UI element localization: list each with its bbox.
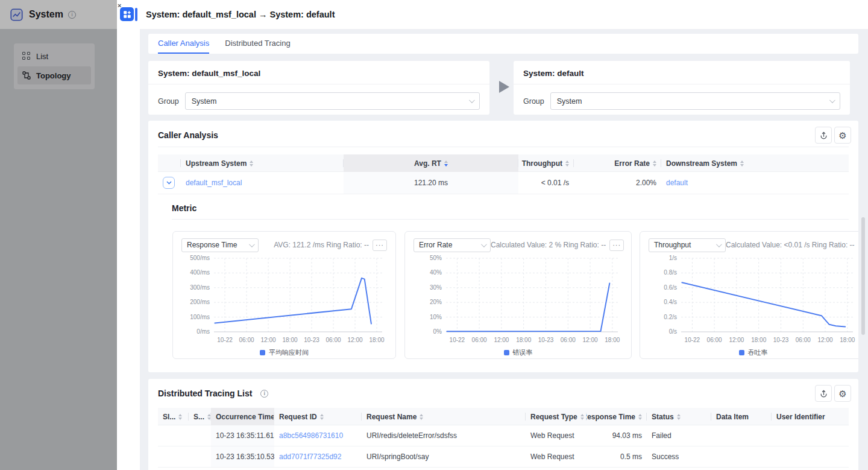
chevron-down-icon [166, 181, 172, 185]
target-system-panel: System: default Group System [514, 61, 850, 115]
svg-text:06:00: 06:00 [326, 337, 341, 343]
target-group-select[interactable]: System [550, 92, 840, 110]
drawer-mask[interactable] [0, 0, 117, 470]
column-settings-button[interactable]: ⚙ [834, 127, 851, 144]
svg-text:100/ms: 100/ms [190, 314, 210, 320]
svg-text:20%: 20% [430, 299, 442, 305]
legend-label: 平均响应时间 [269, 348, 309, 357]
svg-text:18:00: 18:00 [516, 337, 531, 343]
divider [158, 147, 849, 147]
legend-marker [739, 350, 744, 355]
detail-drawer: × System: default_msf_local → System: de… [117, 0, 868, 470]
svg-text:12:00: 12:00 [729, 337, 744, 343]
col-error-rate: Error Rate [574, 154, 661, 172]
chart-summary: Calculated Value: <0.01 /s Ring Ratio: -… [726, 241, 855, 249]
drawer-header: System: default_msf_local → System: defa… [140, 0, 868, 29]
error-rate-value: 2.00% [574, 172, 661, 194]
upstream-system-link[interactable]: default_msf_local [186, 179, 242, 187]
svg-text:18:00: 18:00 [840, 337, 855, 343]
tracing-table: Sl... S... Occurrence Time Request [158, 408, 849, 468]
error-rate-chart-card: Error Rate Calculated Value: 2 % Ring Ra… [404, 231, 632, 359]
sort-icon[interactable] [653, 160, 656, 167]
sort-icon[interactable] [250, 160, 253, 167]
tracing-table-header: Sl... S... Occurrence Time Request [158, 408, 849, 425]
svg-text:12:00: 12:00 [582, 337, 597, 343]
panel-manager-button[interactable] [120, 7, 134, 21]
sort-icon[interactable] [320, 414, 324, 420]
export-button[interactable] [815, 385, 832, 402]
s2-value [189, 446, 211, 467]
column-settings-button[interactable]: ⚙ [834, 385, 851, 402]
svg-text:12:00: 12:00 [817, 337, 832, 343]
svg-text:10-23: 10-23 [304, 337, 319, 343]
background-page: System i List Topology [0, 0, 117, 470]
request-type-value: Web Request [526, 446, 587, 467]
chevron-down-icon [829, 97, 835, 103]
svg-text:200/ms: 200/ms [190, 299, 210, 305]
col-data-item: Data Item [711, 408, 772, 425]
source-group-select[interactable]: System [185, 92, 480, 110]
drawer-title: System: default_msf_local → System: defa… [146, 10, 335, 19]
svg-text:18:00: 18:00 [751, 337, 766, 343]
col-status: Status [647, 408, 711, 425]
chevron-down-icon [716, 241, 722, 247]
svg-text:0%: 0% [433, 328, 442, 335]
throughput-chart: 0/s0.2/s0.4/s0.6/s0.8/s1/s10-2206:0012:0… [649, 253, 858, 345]
col-response-time: Response Time [587, 408, 647, 425]
distributed-tracing-card: Distributed Tracing List i ⚙ [148, 379, 858, 470]
request-id-link[interactable]: add7071f77325d92 [279, 453, 341, 461]
legend-marker [504, 350, 509, 355]
sort-icon[interactable] [677, 414, 681, 420]
col-avg-rt: Avg. RT [344, 154, 518, 172]
group-label: Group [158, 97, 179, 106]
svg-text:400/ms: 400/ms [190, 269, 210, 276]
svg-text:1/s: 1/s [669, 255, 677, 261]
sort-icon[interactable] [565, 160, 569, 167]
vertical-scrollbar[interactable] [861, 217, 865, 335]
metric-select[interactable]: Error Rate [414, 238, 491, 252]
more-button[interactable]: ··· [609, 240, 624, 251]
throughput-value: < 0.01 /s [518, 172, 574, 194]
screen: System i List Topology [0, 0, 868, 470]
svg-text:10%: 10% [430, 314, 442, 320]
sort-icon[interactable] [444, 160, 448, 167]
sort-icon[interactable] [580, 414, 584, 420]
svg-text:300/ms: 300/ms [190, 284, 210, 291]
svg-text:0.4/s: 0.4/s [664, 299, 677, 305]
tab-distributed-tracing[interactable]: Distributed Tracing [225, 34, 290, 54]
col-slow: Sl... [158, 408, 189, 425]
avg-rt-value: 121.20 ms [344, 172, 518, 194]
chart-legend: 平均响应时间 [181, 348, 387, 357]
metric-select[interactable]: Throughput [649, 238, 726, 252]
dashboard-add-icon [123, 10, 131, 19]
svg-text:10-22: 10-22 [450, 337, 465, 343]
legend-label: 吞吐率 [748, 348, 768, 357]
chevron-down-icon [469, 97, 475, 103]
caller-table: Upstream System Avg. RT Throughput [158, 154, 849, 194]
svg-text:18:00: 18:00 [605, 337, 620, 343]
occurrence-time-value: 10-23 16:35:10.538 [211, 446, 274, 467]
sort-icon[interactable] [740, 160, 744, 167]
request-name-value: URI/redis/deleteError/sdsfss [362, 425, 526, 446]
user-identifier-value [772, 425, 849, 446]
sort-icon[interactable] [638, 414, 642, 420]
svg-text:50%: 50% [430, 255, 442, 261]
tab-caller-analysis[interactable]: Caller Analysis [158, 34, 209, 54]
expand-row-button[interactable] [163, 177, 175, 189]
metric-select[interactable]: Response Time [181, 238, 259, 252]
request-id-link[interactable]: a8bc564986731610 [279, 431, 343, 440]
svg-text:500/ms: 500/ms [190, 255, 210, 261]
metric-heading: Metric [172, 203, 197, 213]
downstream-system-link[interactable]: default [666, 179, 688, 187]
svg-text:12:00: 12:00 [347, 337, 362, 343]
sort-icon[interactable] [420, 414, 423, 420]
sort-icon[interactable] [178, 414, 182, 420]
target-system-title: System: default [514, 61, 850, 84]
svg-text:10-23: 10-23 [773, 337, 789, 343]
table-row: 10-23 16:35:11.613 a8bc564986731610 URI/… [158, 425, 849, 446]
svg-text:06:00: 06:00 [472, 337, 487, 343]
more-button[interactable]: ··· [373, 240, 387, 251]
export-button[interactable] [815, 127, 832, 144]
close-icon[interactable]: × [118, 2, 121, 8]
divider [172, 219, 849, 220]
